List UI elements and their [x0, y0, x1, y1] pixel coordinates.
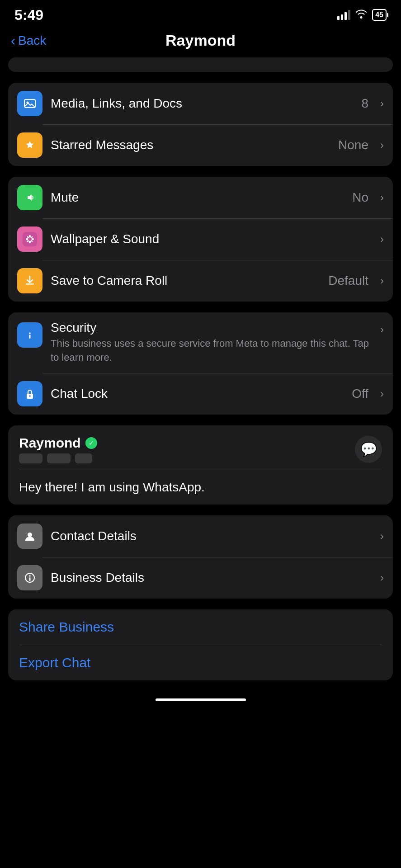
contact-details-chevron-icon: › [380, 530, 384, 542]
profile-status: Hey there! I am using WhatsApp. [8, 470, 393, 505]
share-business-row[interactable]: Share Business [8, 609, 393, 645]
business-details-row[interactable]: Business Details › [8, 557, 393, 599]
contact-details-icon [17, 524, 42, 549]
back-chevron-icon: ‹ [11, 34, 15, 47]
home-indicator [156, 698, 246, 701]
security-sublabel: This business uses a secure service from… [51, 337, 372, 365]
details-section: Contact Details › Business Details › [8, 515, 393, 599]
status-bar: 5:49 45 [0, 0, 401, 27]
media-links-docs-row[interactable]: Media, Links, and Docs 8 › [8, 83, 393, 124]
chat-lock-row[interactable]: Chat Lock Off › [8, 373, 393, 415]
business-details-icon [17, 565, 42, 590]
profile-top: Raymond ✓ 💬 [8, 425, 393, 470]
media-section: Media, Links, and Docs 8 › Starred Messa… [8, 83, 393, 166]
share-business-label: Share Business [19, 619, 114, 635]
wallpaper-icon [17, 226, 42, 252]
media-links-docs-chevron-icon: › [380, 97, 384, 110]
starred-messages-label: Starred Messages [51, 138, 330, 152]
svg-point-18 [29, 332, 31, 334]
svg-point-7 [29, 235, 31, 237]
wallpaper-sound-content: Wallpaper & Sound [51, 232, 372, 246]
back-label: Back [18, 33, 46, 48]
save-camera-roll-value: Default [328, 274, 368, 288]
mute-value: No [352, 190, 368, 205]
wifi-icon [355, 9, 368, 21]
profile-tags [19, 453, 97, 463]
partial-row [8, 57, 393, 72]
wallpaper-sound-row[interactable]: Wallpaper & Sound › [8, 218, 393, 260]
starred-messages-chevron-icon: › [380, 139, 384, 151]
security-chevron-icon: › [380, 323, 384, 336]
save-camera-roll-icon [17, 268, 42, 293]
back-button[interactable]: ‹ Back [11, 33, 46, 48]
svg-rect-28 [29, 577, 31, 581]
message-bubble-icon: 💬 [360, 441, 377, 457]
svg-point-22 [29, 395, 31, 397]
media-links-docs-label: Media, Links, and Docs [51, 96, 353, 111]
starred-messages-icon [17, 132, 42, 158]
svg-point-11 [27, 236, 28, 238]
media-links-docs-value: 8 [361, 96, 368, 111]
profile-name-area: Raymond ✓ [19, 435, 97, 463]
svg-rect-16 [26, 283, 34, 285]
svg-point-9 [26, 238, 28, 240]
profile-tag-3 [75, 453, 92, 463]
business-details-content: Business Details [51, 571, 372, 585]
contact-details-label: Contact Details [51, 529, 372, 543]
status-time: 5:49 [14, 7, 43, 24]
media-links-docs-content: Media, Links, and Docs [51, 96, 353, 111]
starred-messages-value: None [338, 138, 368, 152]
svg-rect-5 [23, 232, 37, 246]
mute-icon [17, 185, 42, 210]
status-icons: 45 [337, 9, 387, 21]
wallpaper-sound-label: Wallpaper & Sound [51, 232, 372, 246]
starred-messages-content: Starred Messages [51, 138, 330, 152]
profile-tag-2 [47, 453, 71, 463]
profile-name: Raymond [19, 435, 81, 451]
security-section: Security This business uses a secure ser… [8, 312, 393, 415]
save-camera-roll-label: Save to Camera Roll [51, 274, 320, 288]
mute-content: Mute [51, 190, 344, 205]
mute-label: Mute [51, 190, 344, 205]
page-title: Raymond [165, 32, 236, 49]
svg-point-12 [32, 236, 33, 238]
chat-lock-label: Chat Lock [51, 387, 344, 401]
actions-section: Share Business Export Chat [8, 609, 393, 680]
security-row[interactable]: Security This business uses a secure ser… [8, 312, 393, 373]
svg-point-8 [29, 241, 31, 243]
svg-point-13 [27, 241, 28, 242]
save-camera-roll-row[interactable]: Save to Camera Roll Default › [8, 260, 393, 302]
profile-tag-1 [19, 453, 42, 463]
main-content: Media, Links, and Docs 8 › Starred Messa… [0, 83, 401, 680]
security-content: Security This business uses a secure ser… [51, 321, 372, 365]
business-details-label: Business Details [51, 571, 372, 585]
security-icon [17, 322, 42, 348]
chat-lock-chevron-icon: › [380, 387, 384, 400]
profile-section: Raymond ✓ 💬 Hey there! I am using WhatsA… [8, 425, 393, 505]
chat-lock-value: Off [352, 387, 368, 401]
svg-rect-19 [29, 335, 31, 339]
profile-name-row: Raymond ✓ [19, 435, 97, 451]
contact-details-row[interactable]: Contact Details › [8, 515, 393, 557]
chat-lock-content: Chat Lock [51, 387, 344, 401]
message-button[interactable]: 💬 [355, 436, 382, 463]
chat-lock-icon [17, 381, 42, 406]
verified-badge-icon: ✓ [85, 437, 97, 449]
nav-bar: ‹ Back Raymond [0, 27, 401, 54]
wallpaper-sound-chevron-icon: › [380, 233, 384, 245]
contact-details-content: Contact Details [51, 529, 372, 543]
media-icon [17, 91, 42, 116]
svg-point-27 [29, 575, 31, 577]
starred-messages-row[interactable]: Starred Messages None › [8, 124, 393, 166]
mute-chevron-icon: › [380, 191, 384, 204]
battery-icon: 45 [372, 9, 387, 21]
mute-row[interactable]: Mute No › [8, 177, 393, 218]
export-chat-label: Export Chat [19, 655, 90, 670]
partial-top-section [8, 57, 393, 72]
save-camera-roll-chevron-icon: › [380, 274, 384, 287]
svg-point-24 [28, 533, 32, 537]
save-camera-roll-content: Save to Camera Roll [51, 274, 320, 288]
export-chat-row[interactable]: Export Chat [8, 645, 393, 680]
signal-icon [337, 10, 350, 20]
business-details-chevron-icon: › [380, 571, 384, 584]
